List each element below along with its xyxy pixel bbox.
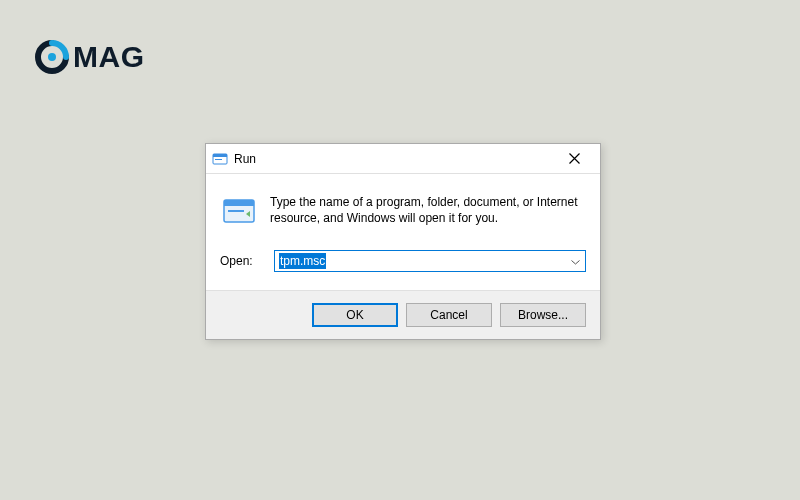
svg-rect-5: [224, 200, 254, 206]
close-button[interactable]: [554, 145, 594, 173]
open-label: Open:: [220, 254, 264, 268]
logo-text: MAG: [73, 40, 145, 74]
svg-rect-3: [215, 159, 222, 160]
ok-button[interactable]: OK: [312, 303, 398, 327]
browse-button[interactable]: Browse...: [500, 303, 586, 327]
open-input[interactable]: [274, 250, 586, 272]
svg-point-0: [48, 53, 56, 61]
cancel-button[interactable]: Cancel: [406, 303, 492, 327]
open-combobox[interactable]: tpm.msc: [274, 250, 586, 272]
button-row: OK Cancel Browse...: [206, 290, 600, 339]
titlebar[interactable]: Run: [206, 144, 600, 174]
dialog-title: Run: [234, 152, 554, 166]
dialog-content: Type the name of a program, folder, docu…: [206, 174, 600, 242]
run-dialog: Run Type the name of a program, folder, …: [205, 143, 601, 340]
brand-logo: MAG: [35, 40, 145, 74]
close-icon: [569, 153, 580, 164]
open-row: Open: tpm.msc: [206, 242, 600, 290]
svg-rect-6: [228, 210, 244, 212]
run-large-icon: [222, 194, 256, 228]
logo-icon: [35, 40, 69, 74]
svg-rect-2: [213, 154, 227, 157]
dialog-description: Type the name of a program, folder, docu…: [270, 194, 586, 226]
run-app-icon: [212, 151, 228, 167]
